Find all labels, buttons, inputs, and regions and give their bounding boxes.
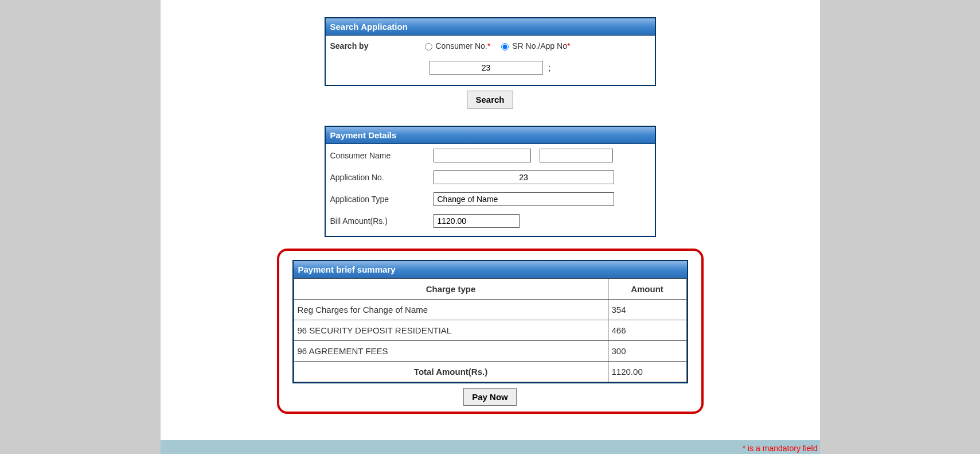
charge-cell: Reg Charges for Change of Name [294,300,608,320]
pay-now-button[interactable]: Pay Now [463,388,517,406]
total-label: Total Amount(Rs.) [294,362,608,382]
mandatory-star: * [567,41,570,51]
total-amount: 1120.00 [608,362,686,382]
semicolon-text: ; [549,63,551,72]
amount-cell: 300 [608,341,686,362]
amount-cell: 354 [608,300,686,320]
charge-cell: 96 SECURITY DEPOSIT RESIDENTIAL [294,320,608,341]
payment-details-panel: Payment Details Consumer Name Applicatio… [325,126,656,237]
summary-table: Charge type Amount Reg Charges for Chang… [294,278,687,382]
bill-amount-input[interactable] [434,214,520,228]
application-no-input[interactable] [434,170,614,184]
charge-cell: 96 AGREEMENT FEES [294,341,608,362]
consumer-no-radio[interactable] [425,43,432,51]
table-row: Reg Charges for Change of Name 354 [294,300,686,320]
mandatory-field-note: * is a mandatory field [743,444,818,453]
amount-cell: 466 [608,320,686,341]
sr-no-radio-item[interactable]: SR No./App No* [498,41,570,51]
charge-type-header: Charge type [294,279,608,300]
search-application-header: Search Application [326,18,655,36]
payment-summary-header: Payment brief summary [294,261,687,278]
search-application-panel: Search Application Search by Consumer No… [325,17,656,86]
search-by-label: Search by [330,41,422,51]
payment-details-header: Payment Details [326,127,655,144]
footer-strip [161,440,820,454]
consumer-no-text: Consumer No. [436,41,487,51]
mandatory-star: * [487,41,490,51]
table-row: 96 SECURITY DEPOSIT RESIDENTIAL 466 [294,320,686,341]
consumer-name-first-input[interactable] [434,149,531,162]
amount-header: Amount [608,279,686,300]
search-button[interactable]: Search [467,91,513,108]
application-no-label: Application No. [330,173,434,182]
bill-amount-label: Bill Amount(Rs.) [330,216,434,226]
total-row: Total Amount(Rs.) 1120.00 [294,362,686,382]
application-type-input[interactable] [434,192,614,206]
highlighted-summary-region: Payment brief summary Charge type Amount… [277,249,704,414]
consumer-name-last-input[interactable] [540,149,613,162]
consumer-no-radio-item[interactable]: Consumer No.* [422,41,491,51]
search-input[interactable] [430,61,543,75]
application-type-label: Application Type [330,195,434,204]
consumer-name-label: Consumer Name [330,151,434,160]
sr-no-radio[interactable] [501,43,509,51]
sr-no-text: SR No./App No [512,41,567,51]
payment-summary-panel: Payment brief summary Charge type Amount… [292,260,688,383]
table-row: 96 AGREEMENT FEES 300 [294,341,686,362]
